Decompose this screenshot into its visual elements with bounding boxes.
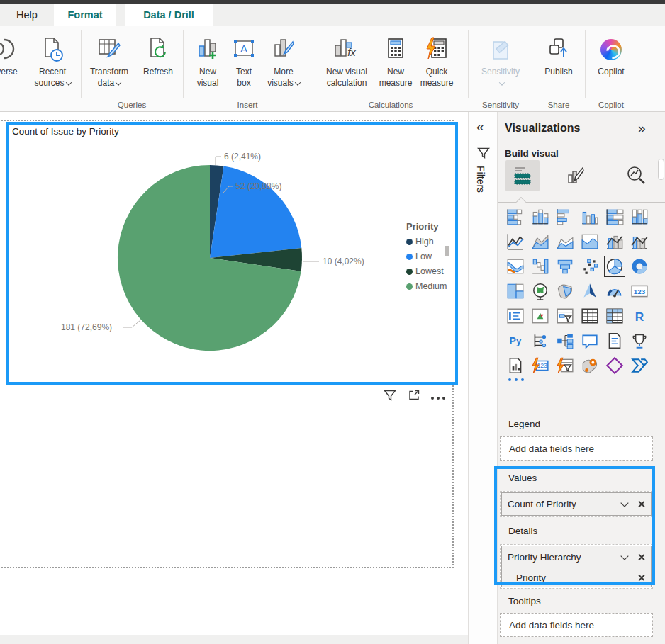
expand-pane-icon[interactable]: » [638,120,646,136]
pane-title: Visualizations [505,122,580,135]
text-box-button[interactable]: A Text box [228,33,259,89]
remove-field-icon[interactable] [637,553,645,561]
chevron-down-icon [116,79,121,85]
visual-resize-handle[interactable] [445,246,449,256]
values-field-well[interactable]: Count of Priority [500,491,653,517]
publish-button[interactable]: Publish [536,33,581,77]
transform-data-button[interactable]: Transform data [84,33,135,89]
copilot-button[interactable]: Copilot [588,33,634,77]
ribbon-divider [585,30,586,98]
legend-field-well[interactable]: Add data fields here [500,436,653,461]
slicer-icon[interactable] [555,306,575,326]
refresh-button[interactable]: Refresh [136,33,180,77]
waterfall-chart-icon[interactable] [530,256,550,276]
donut-chart-icon[interactable] [630,256,649,276]
power-apps-icon[interactable] [605,356,625,375]
quick-measure-button[interactable]: Quick measure [414,33,459,89]
kpi-icon[interactable] [530,306,550,326]
filter-icon[interactable] [383,388,397,402]
details-field-well[interactable]: Priority Hierarchy Priority [500,544,653,589]
line-and-stacked-column-chart-icon[interactable] [605,232,625,252]
filters-funnel-icon[interactable] [476,146,491,160]
pie-chart-visual[interactable]: Count of Issue by Priority 6 (2,41%) 52 … [6,122,458,385]
pie-chart-icon[interactable] [605,256,625,276]
new-visual-calculation-button[interactable]: fx New visual calculation [315,33,379,89]
stacked-bar-chart-icon[interactable] [505,207,525,227]
gauge-icon[interactable] [605,281,625,301]
line-and-clustered-column-chart-icon[interactable] [630,232,649,252]
new-card-icon[interactable]: 123 [530,356,550,375]
legend-dot [406,254,413,260]
table-icon[interactable] [580,306,600,326]
pane-scrollbar-thumb[interactable] [658,159,664,180]
map-icon[interactable] [530,281,550,301]
matrix-icon[interactable] [605,306,625,326]
new-visual-calculation-icon: fx [332,33,361,66]
legend-item-high[interactable]: High [406,237,447,247]
key-influencers-icon[interactable] [530,331,550,351]
card-icon[interactable]: 123 [630,281,649,301]
collapse-pane-icon[interactable]: « [476,119,484,135]
100-stacked-bar-chart-icon[interactable] [605,207,625,227]
filters-pane-label[interactable]: Filters [475,166,486,193]
tab-build-visual[interactable] [505,160,540,191]
pie-slice-low[interactable] [210,166,301,259]
scatter-chart-icon[interactable] [580,256,600,276]
report-canvas[interactable]: Count of Issue by Priority 6 (2,41%) 52 … [0,112,468,644]
arcgis-map-icon[interactable] [580,356,600,375]
multi-row-card-icon[interactable] [505,306,525,326]
legend-item-medium[interactable]: Medium [406,281,447,291]
new-slicer-icon[interactable] [555,356,575,375]
new-measure-button[interactable]: New measure [377,33,414,89]
field-chip-count-of-priority[interactable]: Count of Priority [502,493,651,515]
more-options-icon[interactable] [431,392,445,400]
funnel-chart-icon[interactable] [555,256,575,276]
paginated-report-icon[interactable] [505,356,525,375]
azure-map-icon[interactable] [580,281,600,301]
r-script-icon[interactable]: R [630,306,649,326]
q-and-a-icon[interactable] [580,331,600,351]
tab-format[interactable]: Format [54,4,116,26]
visualizations-pane: Visualizations » Build visual 123RPy123 … [498,112,665,644]
clustered-bar-chart-icon[interactable] [555,207,575,227]
new-visual-button[interactable]: New visual [189,33,227,89]
python-visual-icon[interactable]: Py [505,331,525,351]
dataverse-button[interactable]: verse [0,33,23,77]
100-stacked-area-chart-icon[interactable] [580,232,600,252]
clustered-column-chart-icon[interactable] [580,207,600,227]
remove-field-icon[interactable] [637,500,645,508]
chevron-down-icon[interactable] [620,499,628,507]
smart-narrative-icon[interactable] [605,331,625,351]
more-visual-types-icon[interactable] [508,378,524,381]
line-chart-icon[interactable] [505,232,525,252]
tab-help[interactable]: Help [10,4,44,26]
chevron-down-icon[interactable] [620,552,628,560]
stacked-column-chart-icon[interactable] [530,207,550,227]
legend-item-low[interactable]: Low [406,252,447,261]
metrics-icon[interactable] [630,331,649,351]
legend-item-lowest[interactable]: Lowest [406,266,447,276]
more-visuals-button[interactable]: More visuals [259,33,308,89]
power-automate-icon[interactable] [630,356,649,375]
ribbon-chart-icon[interactable] [505,256,525,276]
remove-field-icon[interactable] [637,574,645,582]
decomposition-tree-icon[interactable] [555,331,575,351]
area-chart-icon[interactable] [530,232,550,252]
stacked-area-chart-icon[interactable] [555,232,575,252]
filled-map-icon[interactable] [555,281,575,301]
ribbon-group-share: Share [533,101,584,109]
copilot-icon [600,39,622,60]
tab-analytics[interactable] [620,160,654,191]
field-chip-priority-hierarchy[interactable]: Priority Hierarchy [502,546,651,568]
tab-format-visual[interactable] [559,160,593,191]
focus-mode-icon[interactable] [407,388,421,402]
sensitivity-button[interactable]: Sensitivity [472,33,529,89]
recent-sources-button[interactable]: Recent sources [26,33,79,89]
100-stacked-column-chart-icon[interactable] [630,207,649,227]
svg-text:R: R [635,310,644,324]
tooltips-field-well[interactable]: Add data fields here [500,613,653,637]
field-chip-priority[interactable]: Priority [502,568,651,587]
treemap-icon[interactable] [505,281,525,301]
tab-data-drill[interactable]: Data / Drill [125,4,213,26]
ribbon-group-insert: Insert [213,101,282,109]
